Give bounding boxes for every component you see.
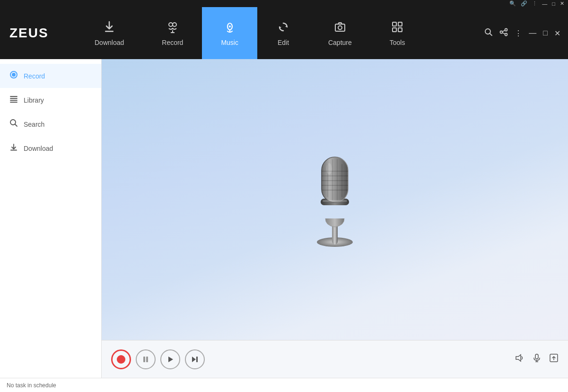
sidebar: Record Library Search: [0, 59, 102, 378]
svg-point-6: [229, 26, 231, 27]
search-nav-icon[interactable]: [484, 28, 493, 38]
sidebar-label-library: Library: [24, 96, 44, 104]
minimize-nav-button[interactable]: —: [529, 29, 536, 37]
svg-rect-13: [393, 28, 396, 32]
nav-label-edit: Edit: [278, 39, 289, 46]
svg-point-1: [169, 23, 173, 26]
sidebar-label-download: Download: [24, 145, 53, 152]
svg-point-19: [505, 34, 507, 36]
content-area: [102, 59, 568, 378]
svg-rect-50: [196, 357, 198, 362]
svg-point-44: [326, 163, 332, 174]
svg-point-17: [505, 29, 507, 31]
microphone-icon[interactable]: [532, 353, 542, 365]
status-bar: No task in schedule: [0, 378, 568, 392]
record-button[interactable]: [111, 349, 131, 369]
record-nav-icon: [166, 20, 180, 36]
sidebar-item-library[interactable]: Library: [0, 88, 101, 112]
brand: ZEUS: [0, 7, 76, 59]
svg-line-20: [503, 30, 505, 31]
svg-line-16: [490, 34, 492, 36]
more-nav-icon[interactable]: ⋮: [515, 29, 522, 38]
main-layout: Record Library Search: [0, 59, 568, 378]
svg-line-21: [503, 33, 505, 34]
nav-label-music: Music: [221, 39, 238, 46]
capture-nav-icon: [333, 20, 347, 36]
svg-rect-34: [322, 157, 348, 202]
svg-rect-11: [393, 22, 396, 26]
nav-item-edit[interactable]: Edit: [257, 7, 309, 59]
player-right-controls: [515, 353, 559, 365]
svg-rect-14: [398, 28, 402, 32]
maximize-nav-button[interactable]: □: [543, 29, 548, 37]
close-button[interactable]: ✕: [560, 0, 564, 7]
sidebar-item-download[interactable]: Download: [0, 136, 101, 160]
svg-marker-48: [168, 357, 173, 362]
menu-icon[interactable]: ⋮: [532, 0, 537, 7]
svg-point-10: [338, 26, 342, 30]
svg-point-18: [500, 31, 503, 34]
nav-label-tools: Tools: [390, 39, 405, 46]
pause-button[interactable]: [136, 349, 156, 369]
sidebar-item-search[interactable]: Search: [0, 112, 101, 136]
sidebar-item-record[interactable]: Record: [0, 64, 101, 88]
minimize-button[interactable]: —: [542, 1, 547, 7]
tools-nav-icon: [390, 20, 404, 36]
nav-items: Download Record: [76, 7, 477, 59]
edit-nav-icon: [276, 20, 290, 36]
svg-point-2: [173, 23, 176, 26]
search-icon[interactable]: 🔍: [509, 0, 516, 7]
nav-item-tools[interactable]: Tools: [371, 7, 424, 59]
record-sidebar-icon: [9, 70, 18, 81]
download-sidebar-icon: [9, 143, 18, 154]
svg-rect-9: [335, 24, 345, 31]
svg-rect-52: [535, 354, 538, 359]
svg-rect-47: [146, 357, 148, 362]
close-nav-button[interactable]: ✕: [554, 29, 560, 38]
search-sidebar-icon: [9, 119, 18, 130]
nav-label-capture: Capture: [328, 39, 352, 46]
svg-line-29: [15, 124, 17, 127]
title-bar: 🔍 🔗 ⋮ — □ ✕: [0, 0, 568, 7]
svg-rect-0: [105, 31, 114, 32]
nav-right: ⋮ — □ ✕: [477, 7, 568, 59]
nav-item-record[interactable]: Record: [143, 7, 202, 59]
nav-item-download[interactable]: Download: [76, 7, 143, 59]
svg-marker-51: [516, 355, 521, 361]
svg-rect-46: [143, 357, 145, 362]
player-bar: [102, 340, 568, 378]
record-dot-icon: [117, 355, 125, 364]
brand-name: ZEUS: [9, 26, 49, 41]
nav-label-record: Record: [162, 39, 183, 46]
svg-rect-30: [10, 150, 17, 151]
play-button[interactable]: [160, 349, 180, 369]
status-message: No task in schedule: [7, 382, 56, 389]
navbar: ZEUS Download Record: [0, 7, 568, 59]
svg-rect-12: [398, 22, 402, 26]
share-icon[interactable]: 🔗: [521, 0, 527, 7]
sidebar-label-record: Record: [24, 72, 45, 80]
share-nav-icon[interactable]: [499, 28, 508, 38]
download-nav-icon: [102, 20, 116, 36]
maximize-button[interactable]: □: [552, 1, 555, 7]
nav-item-music[interactable]: Music: [202, 7, 257, 59]
microphone-illustration: [102, 59, 568, 340]
nav-label-download: Download: [95, 39, 124, 46]
skip-button[interactable]: [185, 349, 205, 369]
sidebar-label-search: Search: [24, 121, 44, 128]
music-nav-icon: [223, 20, 237, 36]
library-sidebar-icon: [9, 95, 18, 105]
nav-item-capture[interactable]: Capture: [309, 7, 371, 59]
export-icon[interactable]: [549, 353, 559, 365]
svg-rect-45: [323, 200, 347, 202]
title-bar-controls: 🔍 🔗 ⋮ — □ ✕: [509, 0, 564, 7]
volume-icon[interactable]: [515, 353, 524, 365]
svg-point-23: [12, 73, 16, 77]
svg-marker-49: [192, 357, 196, 362]
